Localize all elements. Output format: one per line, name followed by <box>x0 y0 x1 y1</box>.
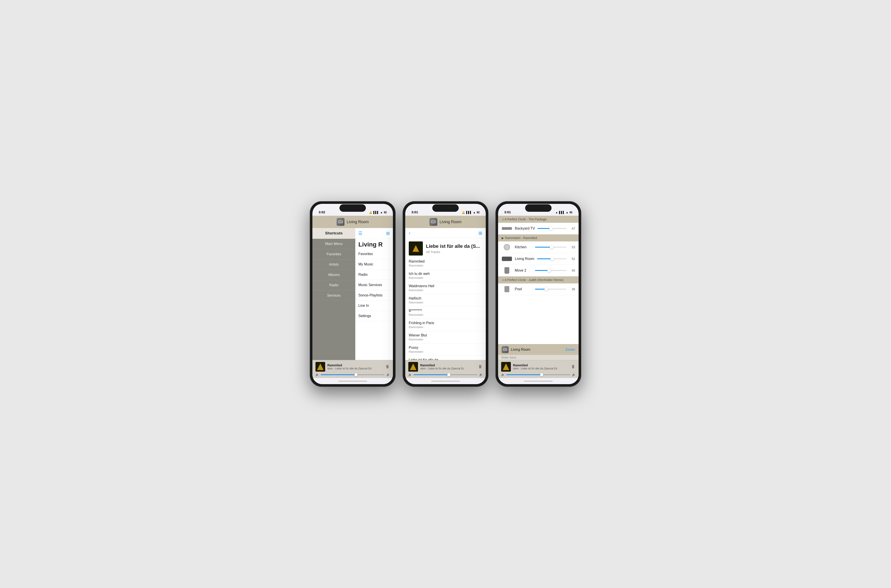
volume-value-kitchen: 53 <box>569 245 575 249</box>
volume-slider-backyard[interactable] <box>538 226 566 231</box>
pause-button-2[interactable]: ⏸ <box>478 364 483 370</box>
progress-row-3: 🔈 🔊 <box>501 373 575 376</box>
album-art-large-2[interactable] <box>409 242 423 255</box>
sidebar-1: Shortcuts Main Menu Favorites Artists Al… <box>313 228 355 360</box>
kitchen-speaker-icon <box>502 244 512 250</box>
status-icons-3: ▲ ▌▌▌ ▲ 92 <box>555 211 572 214</box>
app-header-1: Living Room <box>313 216 393 228</box>
volume-slider-living-room[interactable] <box>537 256 566 261</box>
zone-name-kitchen: Kitchen <box>515 245 532 249</box>
panel-item-sonos-playlists[interactable]: Sonos-Playlists <box>355 290 393 301</box>
pause-button-1[interactable]: ⏸ <box>385 364 390 370</box>
phone2-nav-header: ‹ ⊞ <box>405 228 486 238</box>
svg-rect-8 <box>505 348 506 349</box>
track-item-5[interactable]: B******** Rammstein <box>405 306 486 319</box>
progress-track-3[interactable] <box>506 374 570 375</box>
sidebar-albums[interactable]: Albums <box>313 270 355 280</box>
now-playing-info-1: Rammlied stein · Liebe ist für alle da (… <box>328 363 383 370</box>
list-icon-1[interactable]: ⊞ <box>386 231 390 236</box>
sidebar-radio[interactable]: Radio <box>313 280 355 291</box>
status-icons-1: 🔔 ▌▌▌ ▲ 92 <box>369 211 387 214</box>
panel-title-1: Living R <box>355 239 393 249</box>
progress-thumb-2[interactable] <box>447 373 450 376</box>
zones-link[interactable]: Zones <box>565 348 575 352</box>
progress-row-1: 🔈 🔊 <box>316 373 390 376</box>
track-item-4[interactable]: Haifisch Rammstein <box>405 294 486 306</box>
dynamic-island-3 <box>525 204 551 212</box>
now-playing-title-3: Rammlied <box>513 363 568 367</box>
zones-bottom-left: Living Room <box>502 346 530 353</box>
now-playing-3: Rammlied stein · Liebe ist für alle da (… <box>498 360 578 378</box>
apc-section-header-top: ♫ A Perfect Circle - The Package <box>498 216 578 223</box>
svg-rect-2 <box>340 220 341 221</box>
status-time-2: 3:01 <box>412 210 418 214</box>
move2-speaker-icon <box>502 267 512 274</box>
location-icon-3: ▲ <box>555 211 558 214</box>
now-playing-title-2: Rammlied <box>420 363 476 367</box>
album-art-np-3[interactable] <box>501 362 511 372</box>
progress-fill-2 <box>413 374 449 375</box>
progress-thumb-1[interactable] <box>355 373 358 376</box>
track-item-8[interactable]: Pussy Rammstein <box>405 344 486 356</box>
vol-down-icon-3[interactable]: 🔈 <box>501 373 505 376</box>
track-item-3[interactable]: Waidmanns Heil Rammstein <box>405 282 486 294</box>
volume-slider-kitchen[interactable] <box>535 245 566 249</box>
panel-item-radio[interactable]: Radio <box>355 270 393 280</box>
vol-up-icon-2[interactable]: 🔊 <box>479 373 483 376</box>
progress-thumb-3[interactable] <box>540 373 543 376</box>
sidebar-artists[interactable]: Artists <box>313 260 355 270</box>
hamburger-icon-1[interactable]: ☰ <box>358 231 362 236</box>
album-title-row: Liebe ist für alle da (S... All Tracks <box>405 238 486 257</box>
panel-item-line-in[interactable]: Line In <box>355 301 393 311</box>
vol-up-icon-3[interactable]: 🔊 <box>572 373 575 376</box>
progress-track-2[interactable] <box>413 374 478 375</box>
track-item-2[interactable]: Ich tu dir weh Rammstein <box>405 270 486 282</box>
status-time-3: 3:01 <box>504 210 511 214</box>
vol-up-icon-1[interactable]: 🔊 <box>386 373 390 376</box>
zone-name-pool: Pool <box>515 287 532 291</box>
now-playing-subtitle-2: stein · Liebe ist für alle da (Special E… <box>420 367 476 370</box>
zone-backyard-tv: Backyard TV 47 <box>498 223 578 234</box>
vol-down-icon-2[interactable]: 🔈 <box>408 373 412 376</box>
now-playing-1: Rammlied stein · Liebe ist für alle da (… <box>313 360 393 378</box>
pause-button-3[interactable]: ⏸ <box>571 364 575 370</box>
zone-move2: Move 2 45 <box>498 265 578 276</box>
back-button-2[interactable]: ‹ <box>409 230 410 236</box>
track-item-1[interactable]: Rammlied Rammstein <box>405 257 486 270</box>
sonos-app-icon-1 <box>337 218 344 226</box>
panel-item-favorites[interactable]: Favorites <box>355 249 393 259</box>
panel-item-settings[interactable]: Settings <box>355 311 393 321</box>
apc-judith-header: ♫ A Perfect Circle - Judith (Renholder R… <box>498 276 578 284</box>
progress-track-1[interactable] <box>321 374 385 375</box>
album-art-1[interactable] <box>316 362 325 372</box>
zone-living-room: Living Room 52 <box>498 253 578 265</box>
volume-slider-pool[interactable] <box>535 287 566 291</box>
app-header-title-2: Living Room <box>440 220 461 224</box>
app-header-title-1: Living Room <box>347 220 369 224</box>
roter-sand-partial: Roter Sand <box>498 355 578 360</box>
phone-1: 3:02 🔔 ▌▌▌ ▲ 92 Living Room <box>310 201 395 387</box>
volume-slider-move2[interactable] <box>535 268 566 273</box>
svg-rect-7 <box>503 349 507 350</box>
phone-3: 3:01 ▲ ▌▌▌ ▲ 92 ♫ A Perfect Circle - The… <box>496 201 581 387</box>
sidebar-main-menu[interactable]: Main Menu <box>313 239 355 249</box>
track-item-7[interactable]: Wiener Blut Rammstein <box>405 331 486 344</box>
track-item-6[interactable]: Frühling in Paris Rammstein <box>405 319 486 331</box>
vol-down-icon-1[interactable]: 🔈 <box>316 373 319 376</box>
list-icon-2[interactable]: ⊞ <box>478 231 482 236</box>
track-item-9[interactable]: Liebe ist für alle da Rammstein <box>405 356 486 360</box>
sidebar-services[interactable]: Services <box>313 291 355 301</box>
phone-2: 3:01 🔔 ▌▌▌ ▲ 92 Living Room ‹ <box>403 201 488 387</box>
now-playing-title-1: Rammlied <box>328 363 383 367</box>
panel-item-music-services[interactable]: Music Services <box>355 280 393 290</box>
shortcuts-header: Shortcuts <box>313 228 355 239</box>
rammstein-indicator: ▶ Rammstein - Rammlied <box>502 236 537 240</box>
bell-icon-2: 🔔 <box>462 211 465 214</box>
album-art-np-2[interactable] <box>408 362 418 372</box>
progress-row-2: 🔈 🔊 <box>408 373 483 376</box>
signal-icon-1: ▌▌▌ <box>373 211 379 214</box>
volume-value-living-room: 52 <box>569 257 575 261</box>
sidebar-favorites[interactable]: Favorites <box>313 249 355 260</box>
now-playing-2: Rammlied stein · Liebe ist für alle da (… <box>405 360 486 378</box>
panel-item-my-music[interactable]: My Music <box>355 259 393 270</box>
